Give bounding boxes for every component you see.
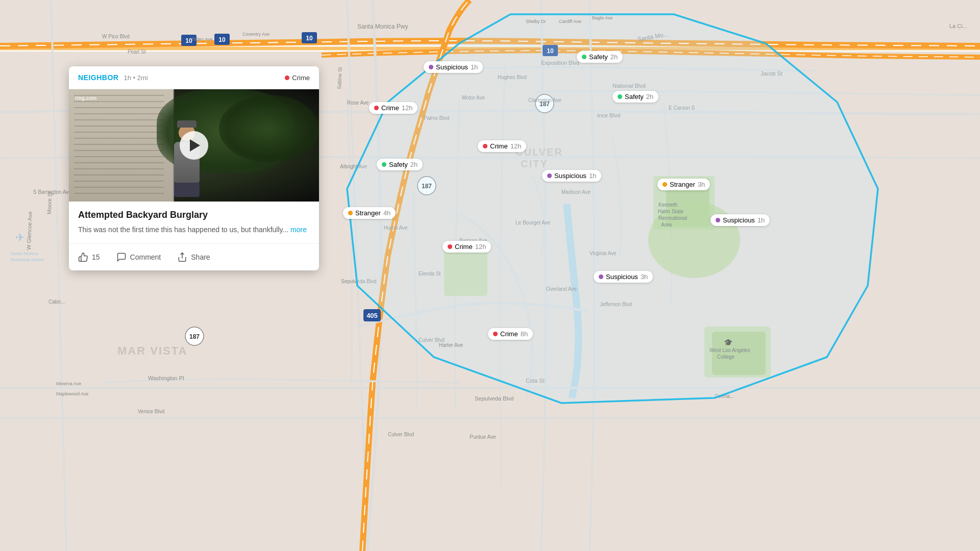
badge-time: 12h [510,142,522,150]
badge-type: Suspicious [606,273,638,281]
map-badge-b9[interactable]: Stranger 4h [343,207,396,219]
share-icon [177,252,187,262]
badge-time: 2h [410,161,418,168]
svg-text:Washington Pl: Washington Pl [148,375,184,381]
badge-time: 1h [757,216,765,224]
map-badge-b2[interactable]: Safety 2h [577,51,623,63]
ring-brand: ring [75,95,85,101]
svg-text:Shelby Dr: Shelby Dr [526,19,546,24]
crime-dot [285,76,289,80]
map-badge-b11[interactable]: Crime 12h [443,241,491,253]
svg-text:Culver Blvd: Culver Blvd [388,432,414,437]
svg-text:Santa Monica Pwy: Santa Monica Pwy [357,23,408,30]
map-badge-b12[interactable]: Suspicious 3h [594,271,653,283]
map-badge-b8[interactable]: Stranger 3h [657,179,710,190]
badge-time: 3h [641,273,648,281]
badge-dot [429,65,433,69]
svg-text:La Ci...: La Ci... [949,23,967,29]
badge-dot [599,274,603,279]
thumbs-up-icon [78,252,88,262]
svg-text:Tilden Ave: Tilden Ave [191,37,213,42]
badge-dot [382,162,386,167]
svg-text:Sepulveda Blvd: Sepulveda Blvd [475,395,513,402]
svg-text:10: 10 [218,36,226,43]
card-meta: 1h • 2mi [124,74,148,82]
badge-time: 4h [383,209,390,217]
map-badge-b1[interactable]: Suspicious 1h [424,61,483,73]
card-title: Attempted Backyard Burglary [78,210,310,220]
badge-dot [348,211,353,215]
ring-tld: .com [85,95,96,101]
card-description: This was not the first time this has hap… [78,224,310,235]
badge-type: Stranger [355,209,381,217]
badge-time: 2h [610,53,618,61]
map-badge-b3[interactable]: Safety 2h [612,91,658,103]
svg-text:Rose Ave: Rose Ave [347,100,369,106]
badge-time: 8h [521,330,528,338]
person-hat [177,120,197,128]
svg-text:Sabine St: Sabine St [336,67,343,89]
badge-dot [582,55,586,59]
svg-text:Maplewood Ave: Maplewood Ave [56,391,88,396]
likes-count: 15 [92,253,100,261]
badge-dot [663,182,667,187]
svg-text:10: 10 [306,35,313,42]
badge-time: 3h [698,181,705,188]
crime-badge: Crime [285,74,310,82]
map-badge-b5[interactable]: Crime 12h [478,140,526,152]
badge-type: Safety [589,53,608,61]
comment-icon [116,252,127,262]
svg-text:S Barrington Ave: S Barrington Ave [33,189,71,195]
badge-time: 1h [471,63,478,71]
share-label: Share [191,253,210,261]
badge-dot [618,94,622,99]
neighbor-label: NEIGHBOR [78,73,118,82]
foliage-right [219,95,319,162]
crime-label: Crime [292,74,310,82]
badge-type: Crime [500,330,518,338]
badge-time: 2h [646,93,653,101]
badge-type: Safety [389,161,408,168]
badge-dot [483,144,487,148]
svg-text:✈: ✈ [15,231,24,244]
badge-type: Crime [381,104,399,112]
badge-type: Safety [625,93,644,101]
svg-text:405: 405 [366,312,378,319]
badge-type: Stranger [670,181,695,188]
badge-type: Suspicious [436,63,468,71]
svg-text:Santa Monica: Santa Monica [10,251,38,256]
more-link[interactable]: more [290,226,307,234]
map-badge-b7[interactable]: Suspicious 1h [542,170,601,182]
ring-watermark: ring.com [75,95,96,104]
map-badge-b13[interactable]: Crime 8h [488,328,533,340]
map-badge-b4[interactable]: Crime 12h [369,102,418,114]
badge-time: 12h [475,243,486,251]
share-action[interactable]: Share [177,250,216,264]
play-triangle-icon [190,139,200,152]
badge-type: Suspicious [723,216,755,224]
svg-text:187: 187 [189,333,200,340]
badge-type: Crime [455,243,473,251]
post-card: NEIGHBOR 1h • 2mi Crime [69,66,319,270]
svg-text:Cardiff Ave: Cardiff Ave [559,19,581,24]
video-thumbnail[interactable]: ring.com [69,89,319,202]
svg-text:Minerva Ave: Minerva Ave [56,381,81,386]
svg-text:Venice Blvd: Venice Blvd [138,409,164,414]
comment-action[interactable]: Comment [116,250,167,264]
card-body: Attempted Backyard Burglary This was not… [69,202,319,243]
card-description-text: This was not the first time this has hap… [78,226,288,234]
play-button[interactable] [180,131,208,160]
badge-type: Suspicious [554,172,586,180]
svg-text:Cabri...: Cabri... [48,299,65,305]
person-legs [174,183,200,197]
svg-text:Purdue Ave: Purdue Ave [470,434,496,440]
svg-text:Harter Ave: Harter Ave [439,342,463,348]
badge-dot [448,244,452,249]
map-badge-b10[interactable]: Suspicious 1h [710,214,770,226]
card-footer: 15 Comment Share [69,243,319,270]
map-badge-b6[interactable]: Safety 2h [377,159,423,170]
like-action[interactable]: 15 [78,250,106,264]
comment-label: Comment [130,253,161,261]
card-header: NEIGHBOR 1h • 2mi Crime [69,66,319,89]
svg-text:Bagle Ave: Bagle Ave [592,15,612,20]
